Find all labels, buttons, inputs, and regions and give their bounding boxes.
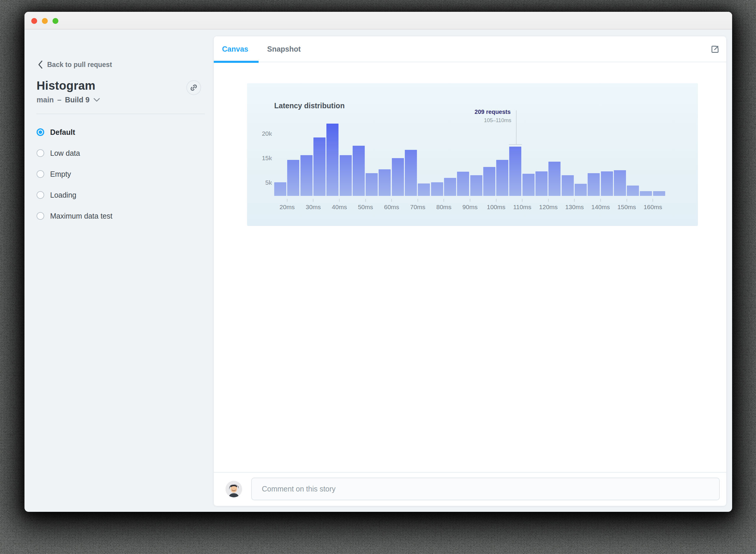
- branch-build-selector[interactable]: main – Build 9: [37, 96, 100, 104]
- story-variant-label: Empty: [50, 170, 71, 178]
- close-window-button[interactable]: [31, 18, 37, 24]
- annotation-value: 209 requests: [475, 109, 511, 115]
- x-axis-label: 100ms: [482, 204, 511, 211]
- histogram-bar-155ms[interactable]: [640, 191, 652, 196]
- y-axis-label: 20k: [254, 130, 272, 137]
- histogram-bar-100ms[interactable]: [496, 160, 508, 196]
- x-axis-tick: [313, 199, 313, 202]
- x-axis-label: 90ms: [455, 204, 485, 211]
- histogram-bar-150ms[interactable]: [627, 185, 639, 196]
- tab-canvas[interactable]: Canvas: [222, 36, 248, 62]
- x-axis-label: 60ms: [377, 204, 406, 211]
- chevron-left-icon: [38, 60, 43, 69]
- avatar-image: [226, 481, 242, 497]
- x-axis-tick: [627, 199, 627, 202]
- comment-input[interactable]: [251, 478, 720, 500]
- sidebar-divider: [36, 114, 205, 114]
- x-axis-tick: [574, 199, 575, 202]
- histogram-bar-55ms[interactable]: [379, 169, 391, 196]
- story-variant-empty[interactable]: Empty: [37, 167, 71, 181]
- histogram-bar-75ms[interactable]: [431, 182, 443, 196]
- annotation-pointer-cap: [509, 144, 522, 145]
- zoom-window-button[interactable]: [53, 18, 58, 24]
- histogram-bar-50ms[interactable]: [366, 173, 378, 196]
- x-axis-tick: [443, 199, 444, 202]
- minimize-window-button[interactable]: [42, 18, 48, 24]
- histogram-bar-110ms[interactable]: [522, 174, 534, 196]
- radio-icon[interactable]: [37, 212, 44, 220]
- x-axis-tick: [287, 199, 288, 202]
- histogram-bar-115ms[interactable]: [536, 171, 548, 196]
- story-variant-low-data[interactable]: Low data: [37, 146, 80, 161]
- histogram-bar-25ms[interactable]: [301, 155, 313, 196]
- story-variant-label: Default: [50, 128, 75, 136]
- annotation-pointer-line: [516, 110, 517, 144]
- radio-icon[interactable]: [37, 191, 44, 199]
- story-canvas-histogram: Latency distribution 20k15k5k20ms30ms40m…: [247, 83, 698, 226]
- sidebar: Back to pull request Histogram main – Bu…: [24, 30, 214, 512]
- separator: –: [57, 96, 61, 104]
- copy-link-button[interactable]: [186, 80, 201, 95]
- histogram-bar-105ms[interactable]: [509, 147, 521, 196]
- histogram-bar-130ms[interactable]: [575, 184, 587, 196]
- histogram-bar-135ms[interactable]: [588, 173, 600, 196]
- story-variant-maximum-data-test[interactable]: Maximum data test: [37, 209, 112, 223]
- radio-icon[interactable]: [37, 170, 44, 178]
- histogram-bar-120ms[interactable]: [549, 162, 561, 196]
- external-link-icon: [710, 44, 720, 55]
- histogram-bar-15ms[interactable]: [274, 182, 286, 196]
- histogram-bar-35ms[interactable]: [326, 124, 338, 196]
- chart-title: Latency distribution: [274, 102, 345, 110]
- x-axis-label: 140ms: [586, 204, 615, 211]
- x-axis-label: 70ms: [403, 204, 433, 211]
- histogram-bar-80ms[interactable]: [444, 178, 456, 196]
- x-axis-tick: [418, 199, 418, 202]
- histogram-bar-140ms[interactable]: [601, 171, 613, 196]
- y-axis-tick: [269, 133, 272, 134]
- tab-snapshot[interactable]: Snapshot: [267, 36, 301, 62]
- histogram-bar-65ms[interactable]: [405, 150, 417, 196]
- active-tab-indicator: [214, 61, 259, 63]
- histogram-bar-45ms[interactable]: [353, 146, 365, 196]
- x-axis-label: 20ms: [272, 204, 302, 211]
- comment-bar: [214, 472, 726, 506]
- x-axis-tick: [470, 199, 470, 202]
- histogram-bar-85ms[interactable]: [457, 172, 469, 196]
- x-axis-tick: [652, 199, 653, 202]
- branch-name: main: [37, 96, 54, 104]
- y-axis-tick: [269, 158, 272, 158]
- story-variant-loading[interactable]: Loading: [37, 187, 76, 202]
- histogram-bar-60ms[interactable]: [392, 158, 404, 196]
- x-axis-tick: [391, 199, 392, 202]
- page-title: Histogram: [37, 79, 96, 92]
- x-axis-label: 40ms: [325, 204, 354, 211]
- radio-selected-icon[interactable]: [37, 128, 44, 136]
- open-in-new-window-button[interactable]: [708, 43, 721, 56]
- histogram-bar-40ms[interactable]: [340, 155, 352, 196]
- x-axis-tick: [339, 199, 340, 202]
- x-axis-label: 160ms: [638, 204, 668, 211]
- radio-icon[interactable]: [37, 149, 44, 157]
- back-to-pull-request-link[interactable]: Back to pull request: [38, 60, 112, 69]
- app-window: Back to pull request Histogram main – Bu…: [24, 12, 732, 512]
- main-panel: Canvas Snapshot Latency distribution 20k…: [214, 36, 726, 506]
- back-link-label: Back to pull request: [47, 61, 112, 69]
- x-axis-label: 50ms: [351, 204, 380, 211]
- x-axis-tick: [600, 199, 601, 202]
- histogram-bar-125ms[interactable]: [562, 175, 574, 196]
- story-variant-label: Loading: [50, 191, 76, 200]
- tab-bar: Canvas Snapshot: [214, 36, 726, 62]
- annotation-range: 105–110ms: [484, 117, 511, 124]
- histogram-bar-145ms[interactable]: [614, 170, 626, 196]
- histogram-bar-95ms[interactable]: [483, 167, 495, 196]
- y-axis-label: 5k: [254, 179, 272, 186]
- histogram-bar-90ms[interactable]: [470, 175, 482, 196]
- story-variant-default[interactable]: Default: [37, 125, 75, 140]
- story-variant-label: Low data: [50, 149, 80, 158]
- story-variant-label: Maximum data test: [50, 212, 112, 220]
- histogram-bar-30ms[interactable]: [313, 137, 325, 196]
- histogram-bar-70ms[interactable]: [418, 183, 430, 196]
- histogram-bar-160ms[interactable]: [653, 191, 665, 196]
- histogram-bar-20ms[interactable]: [287, 160, 299, 196]
- window-titlebar[interactable]: [24, 12, 732, 30]
